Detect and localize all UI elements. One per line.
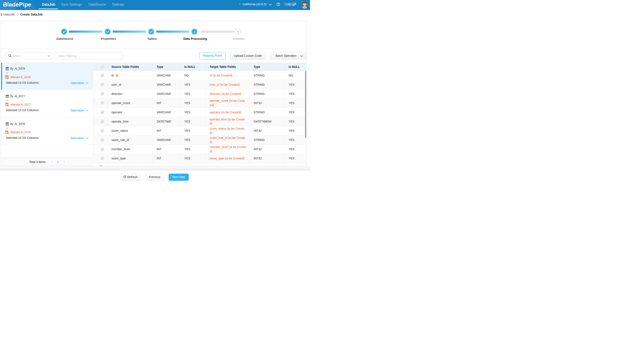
svg-text:5: 5 (237, 30, 239, 33)
svg-text:4: 4 (194, 30, 195, 33)
svg-text:?: ? (278, 3, 279, 5)
